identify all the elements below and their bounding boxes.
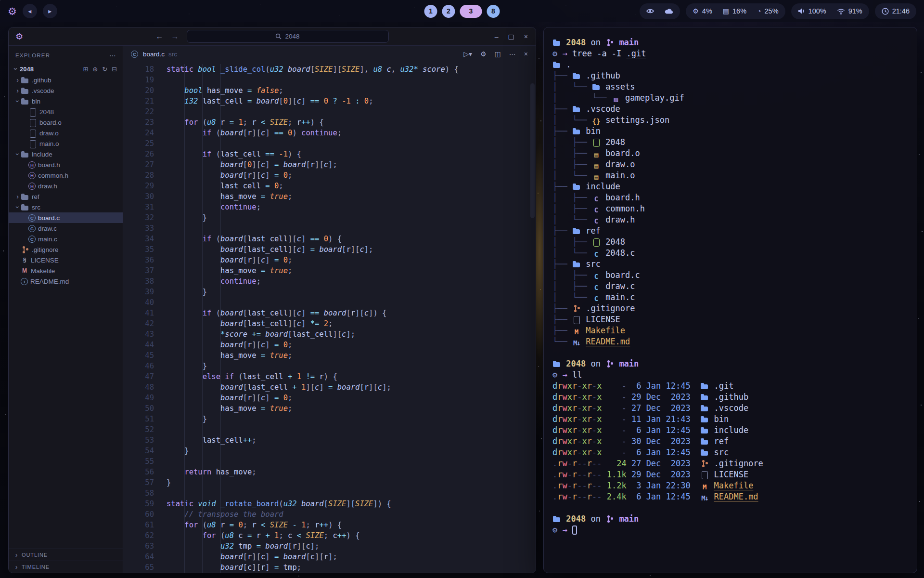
refresh-explorer-button[interactable]: ↻ <box>102 66 107 73</box>
line-number-33[interactable]: 33 <box>123 223 154 234</box>
tree-item-.gitignore[interactable]: .gitignore <box>9 244 123 255</box>
tree-item-draw.h[interactable]: Hdraw.h <box>9 181 123 191</box>
code-line-61[interactable]: for (u8 r = 0; r < SIZE - 1; r++) { <box>167 520 536 530</box>
code-line-50[interactable]: has_move = true; <box>167 403 536 414</box>
code-line-62[interactable]: for (u8 c = r + 1; c < SIZE; c++) { <box>167 530 536 541</box>
code-line-54[interactable]: } <box>167 446 536 456</box>
code-line-45[interactable]: has_move = true; <box>167 350 536 361</box>
code-line-25[interactable] <box>167 138 536 149</box>
tree-item-main.c[interactable]: Cmain.c <box>9 234 123 244</box>
line-number-25[interactable]: 25 <box>123 138 154 149</box>
tree-item-board.c[interactable]: Cboard.c <box>9 212 123 223</box>
line-number-27[interactable]: 27 <box>123 159 154 170</box>
line-number-40[interactable]: 40 <box>123 297 154 308</box>
line-number-32[interactable]: 32 <box>123 212 154 223</box>
line-number-44[interactable]: 44 <box>123 340 154 350</box>
new-folder-button[interactable]: ⊕ <box>92 66 98 73</box>
tree-item-2048[interactable]: 2048 <box>9 106 123 117</box>
line-number-47[interactable]: 47 <box>123 371 154 382</box>
code-line-40[interactable] <box>167 297 536 308</box>
code-line-31[interactable]: continue; <box>167 202 536 212</box>
system-logo-icon[interactable]: ⚙ <box>8 6 17 16</box>
line-number-26[interactable]: 26 <box>123 149 154 159</box>
close-editor-button[interactable]: × <box>524 50 528 58</box>
tree-item-draw.c[interactable]: Cdraw.c <box>9 223 123 234</box>
line-number-46[interactable]: 46 <box>123 361 154 371</box>
code-line-57[interactable]: } <box>167 477 536 488</box>
panel-outline[interactable]: ›OUTLINE <box>9 549 123 561</box>
tree-item-LICENSE[interactable]: §LICENSE <box>9 255 123 265</box>
navigate-forward-button[interactable]: → <box>171 32 179 41</box>
new-file-button[interactable]: ⊞ <box>83 66 88 73</box>
workspace-1[interactable]: 1 <box>424 5 437 18</box>
workspace-3[interactable]: 3 <box>460 5 482 18</box>
tree-item-Makefile[interactable]: MMakefile <box>9 265 123 276</box>
line-number-42[interactable]: 42 <box>123 318 154 329</box>
code-line-51[interactable]: } <box>167 414 536 424</box>
tree-item-ref[interactable]: ›ref <box>9 191 123 202</box>
tree-item-board.h[interactable]: Hboard.h <box>9 159 123 170</box>
code-line-59[interactable]: static void _rotate_board(u32 board[SIZE… <box>167 499 536 509</box>
line-number-22[interactable]: 22 <box>123 106 154 117</box>
code-line-64[interactable]: board[r][c] = board[c][r]; <box>167 552 536 562</box>
line-number-54[interactable]: 54 <box>123 446 154 456</box>
line-number-65[interactable]: 65 <box>123 562 154 573</box>
more-actions-button[interactable]: ⋯ <box>509 50 516 58</box>
code-line-26[interactable]: if (last_cell == -1) { <box>167 149 536 159</box>
tree-item-.vscode[interactable]: ›.vscode <box>9 85 123 96</box>
maximize-button[interactable]: ▢ <box>508 33 514 40</box>
navigate-back-button[interactable]: ← <box>156 32 164 41</box>
code-line-23[interactable]: for (u8 r = 1; r < SIZE; r++) { <box>167 117 536 128</box>
line-number-29[interactable]: 29 <box>123 181 154 191</box>
code-editor[interactable]: 1819202122232425262728293031323334353637… <box>123 62 536 573</box>
tray-widget[interactable] <box>640 3 680 19</box>
code-line-41[interactable]: if (board[last_cell][c] == board[r][c]) … <box>167 308 536 318</box>
code-line-30[interactable]: has_move = true; <box>167 191 536 202</box>
line-number-64[interactable]: 64 <box>123 552 154 562</box>
tree-item-.github[interactable]: ›.github <box>9 75 123 85</box>
code-line-60[interactable]: // transpose the board <box>167 509 536 520</box>
code-line-56[interactable]: return has_move; <box>167 467 536 477</box>
line-number-55[interactable]: 55 <box>123 456 154 467</box>
minimize-button[interactable]: – <box>495 33 499 40</box>
tree-root-2048[interactable]: › 2048 ⊞⊕↻⊟ <box>9 63 123 75</box>
code-line-37[interactable]: has_move = true; <box>167 265 536 276</box>
line-number-56[interactable]: 56 <box>123 467 154 477</box>
tree-item-main.o[interactable]: main.o <box>9 138 123 149</box>
audio-network-widget[interactable]: 100% 91% <box>791 3 869 19</box>
workspace-8[interactable]: 8 <box>487 5 500 18</box>
line-number-37[interactable]: 37 <box>123 265 154 276</box>
line-number-60[interactable]: 60 <box>123 509 154 520</box>
system-stats-widget[interactable]: ⚙ 4% ▤ 16% ◔ 25% <box>686 3 785 19</box>
line-number-38[interactable]: 38 <box>123 276 154 287</box>
panel-timeline[interactable]: ›TIMELINE <box>9 561 123 573</box>
collapse-folders-button[interactable]: ⊟ <box>112 66 117 73</box>
line-number-21[interactable]: 21 <box>123 96 154 106</box>
line-number-41[interactable]: 41 <box>123 308 154 318</box>
line-number-18[interactable]: 18 <box>123 64 154 75</box>
code-line-39[interactable]: } <box>167 287 536 297</box>
media-prev-button[interactable]: ◂ <box>23 4 37 18</box>
tree-item-draw.o[interactable]: draw.o <box>9 128 123 138</box>
line-number-49[interactable]: 49 <box>123 393 154 403</box>
line-number-30[interactable]: 30 <box>123 191 154 202</box>
command-center-search[interactable]: 2048 <box>187 30 389 43</box>
editor-scrollbar[interactable] <box>530 83 535 218</box>
settings-button[interactable]: ⚙ <box>480 50 487 58</box>
line-number-63[interactable]: 63 <box>123 541 154 552</box>
line-number-36[interactable]: 36 <box>123 255 154 265</box>
line-number-23[interactable]: 23 <box>123 117 154 128</box>
tree-item-src[interactable]: ›src <box>9 202 123 212</box>
code-line-63[interactable]: u32 tmp = board[r][c]; <box>167 541 536 552</box>
line-number-50[interactable]: 50 <box>123 403 154 414</box>
line-number-39[interactable]: 39 <box>123 287 154 297</box>
code-line-44[interactable]: board[r][c] = 0; <box>167 340 536 350</box>
line-number-61[interactable]: 61 <box>123 520 154 530</box>
code-line-19[interactable] <box>167 75 536 85</box>
code-line-20[interactable]: bool has_move = false; <box>167 85 536 96</box>
code-line-27[interactable]: board[0][c] = board[r][c]; <box>167 159 536 170</box>
tree-item-README.md[interactable]: iREADME.md <box>9 276 123 287</box>
split-editor-button[interactable]: ◫ <box>495 50 501 58</box>
terminal-window[interactable]: 2048 on main⚙ → tree -a -I .git .├── .gi… <box>543 27 917 573</box>
line-number-52[interactable]: 52 <box>123 424 154 435</box>
